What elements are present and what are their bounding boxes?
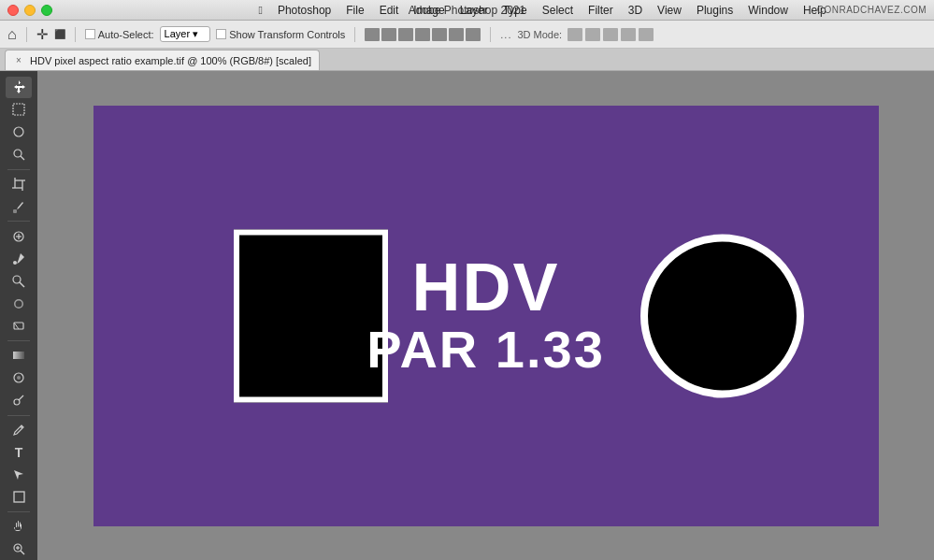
toolbar-separator-1 — [7, 169, 30, 170]
clone-tool[interactable] — [6, 270, 32, 292]
3d-slide-icon[interactable] — [621, 28, 636, 41]
main-layout: T HDV PAR 1.33 — [0, 71, 934, 560]
layer-dropdown[interactable]: Layer ▾ — [160, 26, 211, 42]
hand-tool[interactable] — [6, 516, 32, 538]
history-brush-tool[interactable] — [6, 293, 32, 314]
minimize-button[interactable] — [24, 5, 36, 16]
tab-close-button[interactable]: × — [13, 55, 24, 66]
3d-scale-icon[interactable] — [639, 28, 654, 41]
healing-tool[interactable] — [6, 225, 32, 247]
maximize-button[interactable] — [41, 5, 52, 16]
align-right-icon[interactable] — [449, 28, 464, 41]
auto-select-check-box[interactable] — [85, 29, 95, 39]
shape-tool[interactable] — [6, 486, 32, 508]
svg-line-3 — [21, 156, 24, 160]
close-button[interactable] — [7, 5, 19, 16]
svg-line-15 — [14, 323, 19, 329]
toolbar-separator-5 — [7, 511, 30, 512]
more-options-icon[interactable]: ... — [500, 29, 511, 40]
hdv-line1: HDV — [366, 253, 605, 321]
title-bar:  Photoshop File Edit Image Layer Type S… — [0, 0, 934, 21]
toolbar-separator-2 — [7, 221, 30, 222]
3d-roll-icon[interactable] — [585, 28, 600, 41]
align-horizontal-center-icon[interactable] — [432, 28, 447, 41]
lasso-tool[interactable] — [6, 122, 32, 143]
auto-select-checkbox[interactable]: Auto-Select: — [85, 29, 154, 40]
dodge-tool[interactable] — [6, 390, 32, 411]
svg-line-24 — [21, 551, 24, 554]
menu-bar:  Photoshop File Edit Image Layer Type S… — [252, 2, 833, 19]
svg-point-2 — [14, 150, 22, 157]
align-icons-group — [365, 28, 481, 41]
svg-rect-16 — [13, 352, 24, 359]
website-label: CONRADCHAVEZ.COM — [817, 5, 927, 15]
move-tool[interactable] — [6, 77, 32, 98]
zoom-tool[interactable] — [6, 538, 32, 560]
distribute-icon[interactable] — [466, 28, 481, 41]
tools-panel: T — [0, 71, 37, 560]
menu-layer[interactable]: Layer — [453, 2, 495, 19]
menu-edit[interactable]: Edit — [373, 2, 406, 19]
svg-point-13 — [13, 276, 21, 283]
document-canvas: HDV PAR 1.33 — [93, 106, 879, 526]
svg-point-21 — [21, 426, 22, 428]
type-tool[interactable]: T — [6, 441, 32, 463]
align-top-icon[interactable] — [365, 28, 380, 41]
transform-checkbox[interactable] — [216, 29, 226, 39]
3d-rotate-icon[interactable] — [568, 28, 582, 41]
move-tool-icon: ✛ — [36, 26, 49, 43]
crop-tool[interactable] — [6, 174, 32, 195]
svg-point-18 — [17, 376, 21, 380]
quick-select-tool[interactable] — [6, 144, 32, 165]
marquee-tool[interactable] — [6, 99, 32, 121]
toolbar-separator-3 — [7, 340, 30, 341]
menu-3d[interactable]: 3D — [622, 2, 649, 19]
menu-type[interactable]: Type — [496, 2, 534, 19]
3d-mode-icons — [568, 28, 654, 41]
3d-mode-label: 3D Mode: — [517, 29, 562, 40]
show-transform-label: Show Transform Controls — [216, 29, 345, 40]
svg-rect-8 — [13, 209, 17, 213]
svg-point-12 — [13, 261, 17, 265]
traffic-lights — [7, 5, 52, 16]
svg-rect-0 — [13, 104, 24, 115]
tab-title: HDV pixel aspect ratio example.tif @ 100… — [30, 55, 311, 66]
options-bar: ⌂ ✛ ⬛ Auto-Select: Layer ▾ Show Transfor… — [0, 21, 934, 49]
menu-image[interactable]: Image — [407, 2, 451, 19]
toolbar-separator-4 — [7, 415, 30, 416]
menu-file[interactable]: File — [339, 2, 370, 19]
circle-shape — [640, 234, 804, 397]
menu-photoshop[interactable]: Photoshop — [271, 2, 338, 19]
path-selection-tool[interactable] — [6, 464, 32, 485]
blur-tool[interactable] — [6, 367, 32, 389]
brush-tool[interactable] — [6, 248, 32, 269]
3d-pan-icon[interactable] — [603, 28, 618, 41]
align-left-icon[interactable] — [415, 28, 430, 41]
canvas-area: HDV PAR 1.33 — [37, 71, 934, 560]
menu-filter[interactable]: Filter — [582, 2, 620, 19]
eyedropper-tool[interactable] — [6, 195, 32, 217]
align-bottom-icon[interactable] — [398, 28, 413, 41]
hdv-line2: PAR 1.33 — [366, 321, 605, 379]
apple-menu[interactable]:  — [252, 2, 269, 19]
svg-rect-22 — [14, 492, 24, 502]
align-vertical-center-icon[interactable] — [381, 28, 396, 41]
tab-bar: × HDV pixel aspect ratio example.tif @ 1… — [0, 49, 934, 71]
auto-select-label: Auto-Select: — [98, 29, 154, 40]
document-tab[interactable]: × HDV pixel aspect ratio example.tif @ 1… — [5, 50, 320, 70]
square-shape — [234, 229, 388, 402]
menu-plugins[interactable]: Plugins — [690, 2, 740, 19]
hdv-text-block: HDV PAR 1.33 — [366, 253, 605, 379]
eraser-tool[interactable] — [6, 315, 32, 337]
gradient-tool[interactable] — [6, 345, 32, 366]
svg-point-1 — [14, 127, 23, 136]
home-icon[interactable]: ⌂ — [7, 26, 17, 43]
menu-view[interactable]: View — [651, 2, 688, 19]
svg-rect-14 — [14, 323, 23, 329]
menu-window[interactable]: Window — [741, 2, 795, 19]
svg-line-20 — [19, 395, 23, 400]
move-tool-arrows: ⬛ — [54, 29, 65, 39]
pen-tool[interactable] — [6, 419, 32, 440]
menu-select[interactable]: Select — [536, 2, 580, 19]
